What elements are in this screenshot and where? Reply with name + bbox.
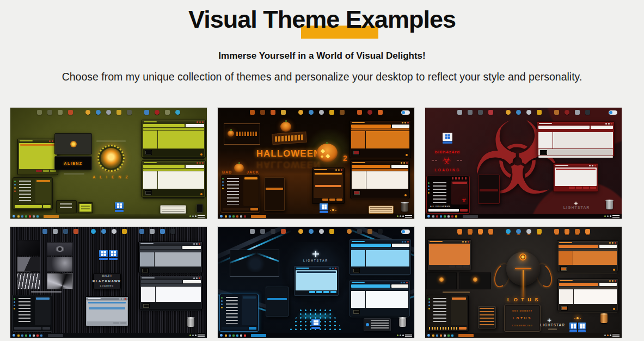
desktop-icon <box>347 229 352 234</box>
taskbar-clock <box>612 334 620 337</box>
desktop-icon <box>160 229 165 234</box>
windows-logo-label <box>311 327 320 329</box>
desktop-icon <box>585 110 590 115</box>
settings-dialog-window <box>427 239 471 270</box>
desktop-icon <box>53 229 58 234</box>
popup-list-rows <box>58 202 75 212</box>
settings-dialog-window <box>85 296 128 326</box>
computer-monitor-icon <box>540 150 547 155</box>
theme-screenshot-lotus[interactable]: L O T U S ONE MOMENT LOTUS COMMENCING LI… <box>425 227 622 338</box>
lotus-desktop-text: L O T U S <box>501 297 545 302</box>
dialog-buttons <box>20 170 56 172</box>
robot-collar <box>515 268 531 269</box>
address-bar <box>351 244 409 247</box>
desktop-icon <box>478 229 483 234</box>
toggle-switch <box>401 110 410 115</box>
biohazard-menu-icon <box>461 197 467 203</box>
desktop-icon <box>537 110 542 115</box>
folder-sidebar <box>538 132 553 148</box>
dialog-buttons <box>296 291 336 293</box>
toolbar <box>559 287 617 289</box>
dialog-buttons <box>555 187 596 189</box>
theme-screenshot-alienz[interactable]: ALIENZ A L I E N Z <box>10 108 207 219</box>
desktop-icon <box>250 229 255 234</box>
recycle-bin-icon <box>401 203 408 212</box>
system-tray <box>195 214 205 218</box>
theme-screenshot-halloween[interactable]: HALLOWEEN HALLOWEEN 2 BAD JACK <box>218 108 414 219</box>
desktop-icon <box>565 110 569 115</box>
theme-screenshot-lightstar[interactable]: LIGHTSTAR <box>218 227 414 338</box>
windows-logo-label <box>320 211 328 213</box>
status-bar <box>538 156 613 158</box>
explorer-window <box>557 240 618 271</box>
windows-logo-tile <box>109 250 118 257</box>
windows-logo-tile <box>115 202 124 209</box>
loading-dots <box>432 160 434 161</box>
window-body <box>559 251 617 265</box>
art-tile <box>17 257 40 272</box>
desktop-icon <box>281 110 286 115</box>
desktop-icon <box>478 110 483 115</box>
start-menu-search <box>13 326 52 331</box>
art-tile <box>47 257 73 272</box>
desktop-icon <box>281 229 286 234</box>
computer-monitor-icon <box>353 309 360 314</box>
desktop-icon <box>457 229 462 234</box>
folder-sidebar <box>351 250 365 266</box>
eye-graphic <box>54 246 65 252</box>
context-menu <box>264 177 285 211</box>
robot-spine <box>523 270 524 297</box>
drive-list <box>366 171 408 189</box>
address-bar <box>141 280 201 283</box>
window-controls <box>615 280 616 282</box>
status-bar <box>559 312 617 313</box>
details-pane <box>351 308 408 315</box>
loading-label: LOADING <box>100 285 114 287</box>
window-controls <box>199 277 200 279</box>
window-body <box>351 291 408 308</box>
desktop-icon <box>585 229 590 234</box>
window-titlebar <box>18 139 58 142</box>
menu-rows <box>480 308 494 327</box>
taskbar <box>10 333 207 338</box>
address-bar <box>351 125 409 128</box>
window-body <box>352 171 408 189</box>
taskbar-clock <box>198 215 205 218</box>
window-titlebar <box>557 241 618 244</box>
settings-dialog-window <box>294 266 339 296</box>
desktop-icon <box>260 110 265 115</box>
window-body <box>141 287 201 302</box>
toolbar <box>141 284 201 286</box>
desktop-icon <box>144 110 149 115</box>
taskbar-clock <box>405 215 412 218</box>
desktop-icon <box>96 110 101 115</box>
chrome-icon <box>298 110 303 115</box>
loading-label: LOADING <box>428 169 467 172</box>
desktop-icon <box>260 229 265 234</box>
theme-screenshot-biohazard[interactable]: bI0h4z4rd LOADING ALL PROGRAMS LIGHTSTAR <box>425 108 622 219</box>
details-pane <box>143 149 204 157</box>
desktop-icon <box>271 110 275 115</box>
start-button <box>220 215 223 218</box>
window-body <box>143 131 204 148</box>
dialog-body <box>296 270 337 290</box>
window-titlebar <box>312 168 344 171</box>
pumpkin-icon <box>234 164 244 172</box>
window-titlebar <box>140 276 202 280</box>
desktop-icon <box>526 110 531 115</box>
toast-text-lines <box>162 207 185 212</box>
explorer-window <box>142 160 206 197</box>
theme-screenshot-blackhawk[interactable]: HALT!! BLACKHAWK LOADING <box>10 227 207 338</box>
desktop-icon <box>457 110 462 115</box>
explorer-window <box>349 280 410 317</box>
status-bar <box>352 198 408 200</box>
details-pane <box>351 149 409 157</box>
shield-monitor-icon <box>353 150 360 155</box>
taskbar-icons <box>17 215 20 218</box>
highlighted-menu-item <box>480 189 498 191</box>
start-menu <box>12 295 52 332</box>
notes-window <box>78 202 93 213</box>
desktop-icon-row <box>218 229 414 234</box>
robot-eye <box>519 253 526 261</box>
window-controls <box>202 121 204 123</box>
